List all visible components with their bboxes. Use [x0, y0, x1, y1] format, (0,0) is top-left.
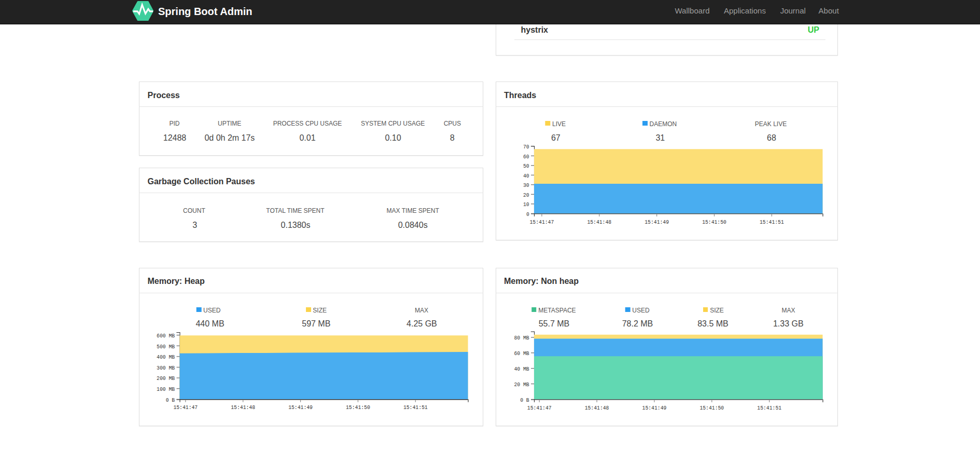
- svg-text:0 B: 0 B: [166, 397, 175, 403]
- svg-text:40 MB: 40 MB: [514, 365, 529, 372]
- svg-text:15:41:51: 15:41:51: [757, 404, 781, 411]
- svg-text:0 B: 0 B: [520, 397, 529, 403]
- svg-text:15:41:49: 15:41:49: [645, 219, 669, 225]
- svg-text:0: 0: [526, 211, 529, 217]
- svg-text:60: 60: [523, 153, 529, 160]
- svg-text:15:41:48: 15:41:48: [585, 404, 609, 411]
- svg-text:20 MB: 20 MB: [514, 381, 529, 388]
- svg-text:15:41:48: 15:41:48: [231, 404, 255, 411]
- svg-text:15:41:51: 15:41:51: [760, 219, 784, 225]
- svg-text:300 MB: 300 MB: [157, 364, 175, 371]
- svg-text:15:41:47: 15:41:47: [530, 219, 554, 225]
- svg-text:30: 30: [523, 182, 529, 188]
- svg-text:15:41:50: 15:41:50: [699, 404, 724, 411]
- svg-text:10: 10: [523, 201, 529, 208]
- svg-text:400 MB: 400 MB: [157, 353, 175, 360]
- svg-text:60 MB: 60 MB: [514, 350, 529, 357]
- svg-text:15:41:49: 15:41:49: [642, 404, 667, 411]
- svg-text:15:41:48: 15:41:48: [587, 219, 611, 225]
- svg-text:15:41:51: 15:41:51: [403, 404, 428, 411]
- svg-text:20: 20: [523, 192, 529, 198]
- svg-text:100 MB: 100 MB: [157, 386, 175, 392]
- svg-text:15:41:49: 15:41:49: [288, 404, 313, 411]
- svg-text:15:41:50: 15:41:50: [702, 219, 726, 225]
- svg-text:40: 40: [523, 172, 529, 179]
- svg-text:80 MB: 80 MB: [514, 334, 529, 341]
- svg-text:600 MB: 600 MB: [157, 332, 175, 339]
- svg-text:200 MB: 200 MB: [157, 375, 175, 382]
- svg-text:50: 50: [523, 162, 529, 169]
- svg-text:15:41:50: 15:41:50: [346, 404, 370, 411]
- svg-text:15:41:47: 15:41:47: [527, 404, 552, 411]
- svg-text:70: 70: [523, 143, 529, 150]
- svg-text:500 MB: 500 MB: [157, 343, 175, 350]
- svg-text:15:41:47: 15:41:47: [173, 404, 198, 411]
